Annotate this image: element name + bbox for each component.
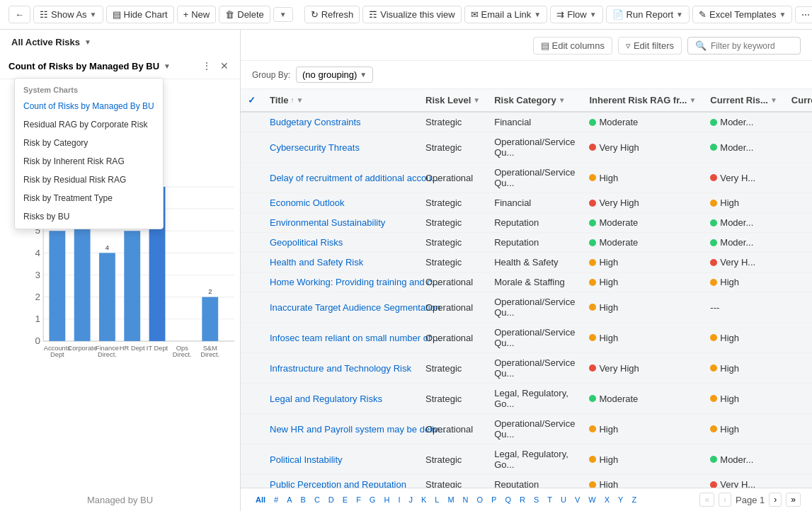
svg-text:Corporate: Corporate [67, 345, 96, 352]
alpha-btn-G[interactable]: G [366, 494, 379, 505]
alpha-btn-J[interactable]: J [405, 494, 416, 505]
edit-columns-button[interactable]: ▤ Edit columns [533, 37, 612, 54]
filter-dropdown-icon[interactable]: ▼ [297, 96, 304, 104]
row-current2: 12 [784, 475, 812, 488]
page-next-button[interactable]: › [769, 493, 782, 507]
table-row: Inaccurate Target Audience Segmentation … [241, 292, 812, 323]
dropdown-item-1[interactable]: Residual RAG by Corporate Risk [15, 115, 163, 134]
alpha-btn-All[interactable]: All [252, 494, 269, 505]
row-check [241, 272, 263, 292]
chart-menu-button[interactable]: ⋮ [199, 59, 215, 73]
right-header: ▤ Edit columns ▿ Edit filters 🔍 [241, 30, 812, 61]
risk-title-link[interactable]: Geopolitical Risks [270, 237, 343, 248]
col-title-header[interactable]: Title ↑ ▼ [263, 89, 418, 112]
alpha-btn-E[interactable]: E [339, 494, 351, 505]
row-category: Financial [487, 193, 582, 213]
svg-text:IT Dept: IT Dept [147, 345, 168, 352]
risk-title-link[interactable]: Economic Outlook [270, 197, 345, 208]
svg-text:3: 3 [35, 270, 40, 280]
filter-category-icon[interactable]: ▼ [559, 96, 566, 104]
row-level: Operational [418, 292, 487, 323]
dropdown-item-5[interactable]: Risk by Treatment Type [15, 189, 163, 207]
risk-title-link[interactable]: Public Perception and Reputation [270, 479, 406, 488]
alpha-btn-W[interactable]: W [585, 494, 599, 505]
page-prev-button[interactable]: ‹ [719, 493, 731, 507]
row-level: Strategic [418, 444, 487, 475]
alpha-btn-C[interactable]: C [311, 494, 324, 505]
alpha-btn-N[interactable]: N [459, 494, 472, 505]
col-current1-header[interactable]: Current Ris... ▼ [703, 89, 784, 112]
hide-chart-button[interactable]: ▤ Hide Chart [106, 6, 174, 23]
visualize-button[interactable]: ☶ Visualize this view [362, 6, 461, 23]
alpha-btn-M[interactable]: M [444, 494, 457, 505]
run-report-button[interactable]: 📄 Run Report ▼ [606, 6, 690, 23]
risk-title-link[interactable]: Health and Safety Risk [270, 257, 363, 268]
risk-title-link[interactable]: Delay of recruitment of additional accou… [270, 173, 439, 183]
alpha-btn-Z[interactable]: Z [628, 494, 640, 505]
dropdown-item-4[interactable]: Risk by Residual Risk RAG [15, 171, 163, 189]
risk-title-link[interactable]: Infrastructure and Technology Risk [270, 363, 411, 374]
alpha-btn-Y[interactable]: Y [614, 494, 627, 505]
alpha-btn-D[interactable]: D [325, 494, 338, 505]
alpha-btn-T[interactable]: T [544, 494, 556, 505]
risk-title-link[interactable]: Inaccurate Target Audience Segmentation [270, 302, 440, 313]
table-wrapper[interactable]: ✓ Title ↑ ▼ Risk [241, 89, 812, 488]
risk-title-link[interactable]: Cybersecurity Threats [270, 142, 360, 153]
alpha-btn-F[interactable]: F [353, 494, 365, 505]
alpha-btn-B[interactable]: B [297, 494, 309, 505]
refresh-button[interactable]: ↻ Refresh [304, 6, 360, 23]
excel-templates-button[interactable]: ✎ Excel Templates ▼ [692, 6, 792, 23]
alpha-btn-Q[interactable]: Q [501, 494, 515, 505]
dropdown-item-3[interactable]: Risk by Inherent Risk RAG [15, 152, 163, 171]
risk-title-link[interactable]: Budgetary Constraints [270, 117, 361, 127]
row-current1: High [703, 414, 784, 444]
group-by-select[interactable]: (no grouping) ▼ [296, 67, 373, 83]
alpha-btn-I[interactable]: I [394, 494, 404, 505]
alpha-btn-#[interactable]: # [270, 494, 282, 505]
filter-level-icon[interactable]: ▼ [473, 96, 480, 104]
search-input[interactable] [711, 41, 793, 51]
flow-button[interactable]: ⇉ Flow ▼ [550, 6, 602, 23]
chart-close-button[interactable]: ✕ [217, 59, 231, 73]
alpha-btn-H[interactable]: H [380, 494, 393, 505]
alpha-btn-P[interactable]: P [488, 494, 500, 505]
alpha-btn-O[interactable]: O [474, 494, 487, 505]
risk-title-link[interactable]: Environmental Sustainability [270, 217, 385, 228]
risk-title-link[interactable]: Legal and Regulatory Risks [270, 394, 382, 404]
show-as-button[interactable]: ☷ Show As ▼ [33, 6, 103, 23]
alpha-btn-V[interactable]: V [571, 494, 583, 505]
alpha-btn-L[interactable]: L [431, 494, 442, 505]
delete-dropdown[interactable]: ▼ [273, 7, 293, 22]
trash-icon: 🗑 [225, 9, 234, 20]
alpha-btn-K[interactable]: K [418, 494, 430, 505]
edit-filters-button[interactable]: ▿ Edit filters [618, 37, 682, 54]
alpha-btn-R[interactable]: R [516, 494, 529, 505]
alpha-btn-U[interactable]: U [557, 494, 570, 505]
risk-title-link[interactable]: New HR and Payroll system may be deliv..… [270, 424, 445, 435]
more-button[interactable]: ⋯ [795, 6, 812, 23]
current1-rag-dot [710, 334, 717, 341]
alpha-btn-A[interactable]: A [283, 494, 295, 505]
alpha-btn-X[interactable]: X [601, 494, 613, 505]
page-first-button[interactable]: « [699, 493, 714, 507]
row-current2: 8 [784, 323, 812, 353]
back-button[interactable]: ← [8, 6, 30, 23]
page-last-button[interactable]: » [786, 493, 801, 507]
dropdown-item-0[interactable]: Count of Risks by Managed By BU [15, 97, 163, 115]
col-risk-level-header[interactable]: Risk Level ▼ [418, 89, 487, 112]
risk-title-link[interactable]: Infosec team reliant on small number of … [270, 333, 441, 343]
risk-title-link[interactable]: Home Working: Providing training and c..… [270, 277, 440, 287]
filter-current1-icon[interactable]: ▼ [770, 96, 777, 104]
col-current2-header[interactable]: Current Ris... ▼ [784, 89, 812, 112]
dropdown-item-6[interactable]: Risks by BU [15, 207, 163, 226]
row-category: Operational/Service Qu... [487, 323, 582, 353]
email-link-button[interactable]: ✉ Email a Link ▼ [464, 6, 548, 23]
dropdown-item-2[interactable]: Risk by Category [15, 134, 163, 152]
filter-inherent-icon[interactable]: ▼ [689, 96, 696, 104]
delete-button[interactable]: 🗑 Delete [219, 6, 270, 23]
col-inherent-header[interactable]: Inherent Risk RAG fr... ▼ [582, 89, 703, 112]
alpha-btn-S[interactable]: S [530, 494, 542, 505]
new-button[interactable]: + New [177, 6, 217, 23]
risk-title-link[interactable]: Political Instability [270, 454, 343, 465]
col-category-header[interactable]: Risk Category ▼ [487, 89, 582, 112]
